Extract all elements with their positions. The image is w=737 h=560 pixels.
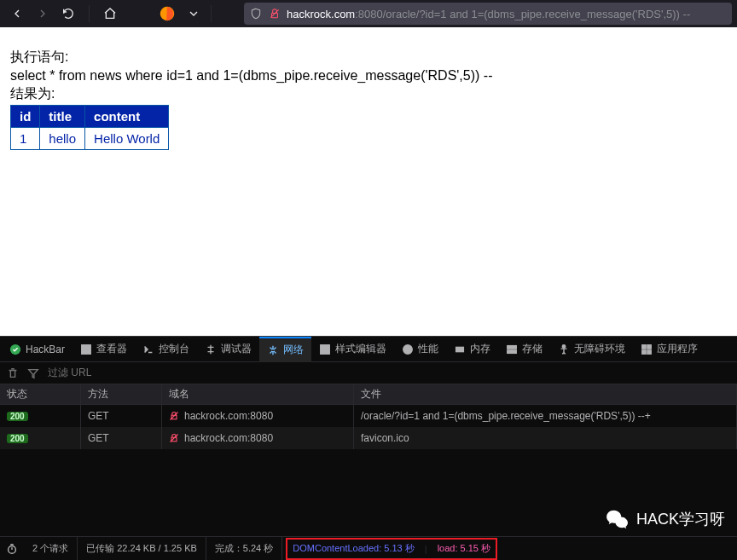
exec-label: 执行语句: xyxy=(10,49,727,66)
table-header-row: id title content xyxy=(11,106,169,128)
apps-icon xyxy=(641,344,653,355)
watermark: HACK学习呀 xyxy=(606,509,725,529)
header-status[interactable]: 状态 xyxy=(0,384,81,404)
tab-memory[interactable]: 内存 xyxy=(446,337,498,362)
url-display: hackrock.com:8080/oracle/?id=1 and 1=(db… xyxy=(287,8,727,20)
tab-hackbar[interactable]: HackBar xyxy=(2,337,73,362)
shield-icon xyxy=(249,7,263,20)
header-method[interactable]: 方法 xyxy=(81,384,162,404)
col-content: content xyxy=(85,106,169,128)
svg-rect-6 xyxy=(321,344,330,354)
insecure-icon xyxy=(169,411,179,421)
tab-console[interactable]: 控制台 xyxy=(135,337,197,362)
tab-network[interactable]: 网络 xyxy=(259,337,311,362)
sql-query: select * from news where id=1 and 1=(dbm… xyxy=(10,68,727,84)
network-icon xyxy=(267,344,279,356)
a11y-icon xyxy=(558,344,570,355)
stopwatch-icon[interactable] xyxy=(0,543,24,555)
watermark-text: HACK学习呀 xyxy=(636,509,725,529)
finish-time: 完成：5.24 秒 xyxy=(206,537,282,560)
lock-icon xyxy=(268,7,281,20)
tab-accessibility[interactable]: 无障碍环境 xyxy=(550,337,633,362)
svg-rect-10 xyxy=(508,349,517,353)
load-time: load: 5.15 秒 xyxy=(438,542,490,555)
tab-inspector[interactable]: 查看器 xyxy=(73,337,135,362)
style-icon xyxy=(319,344,331,355)
console-icon xyxy=(142,344,154,355)
timing-highlight: DOMContentLoaded: 5.13 秒 | load: 5.15 秒 xyxy=(286,538,497,560)
hackbar-icon xyxy=(9,344,21,355)
header-file[interactable]: 文件 xyxy=(354,384,737,404)
debugger-icon xyxy=(205,344,217,355)
profile-chevron-icon[interactable] xyxy=(185,5,202,22)
tab-debugger[interactable]: 调试器 xyxy=(197,337,259,362)
reload-button[interactable] xyxy=(56,2,80,26)
svg-rect-12 xyxy=(642,344,646,348)
col-id: id xyxy=(11,106,40,128)
request-count: 2 个请求 xyxy=(24,537,78,560)
svg-rect-5 xyxy=(84,347,88,351)
tab-style[interactable]: 样式编辑器 xyxy=(311,337,394,362)
storage-icon xyxy=(506,344,518,355)
header-domain[interactable]: 域名 xyxy=(162,384,354,404)
svg-rect-13 xyxy=(647,344,651,348)
filter-input[interactable]: 过滤 URL xyxy=(48,366,91,380)
back-button[interactable] xyxy=(5,2,29,26)
svg-rect-9 xyxy=(508,345,517,349)
network-row[interactable]: 200 GET hackrock.com:8080 /oracle/?id=1 … xyxy=(0,405,737,427)
table-row: 1 hello Hello World xyxy=(11,128,169,150)
wechat-icon xyxy=(606,509,630,529)
performance-icon xyxy=(402,344,414,355)
network-filter-bar: 过滤 URL xyxy=(0,362,737,384)
svg-point-11 xyxy=(562,344,566,348)
network-statusbar: 2 个请求 已传输 22.24 KB / 1.25 KB 完成：5.24 秒 D… xyxy=(0,536,737,560)
tab-application[interactable]: 应用程序 xyxy=(633,337,705,362)
transferred-size: 已传输 22.24 KB / 1.25 KB xyxy=(78,537,206,560)
network-row[interactable]: 200 GET hackrock.com:8080 favicon.ico xyxy=(0,427,737,449)
tab-storage[interactable]: 存储 xyxy=(498,337,550,362)
result-table: id title content 1 hello Hello World xyxy=(10,105,169,150)
insecure-icon xyxy=(169,433,179,443)
firefox-icon xyxy=(158,4,177,23)
home-button[interactable] xyxy=(98,2,122,26)
trash-icon[interactable] xyxy=(7,367,19,379)
col-title: title xyxy=(40,106,85,128)
status-badge: 200 xyxy=(7,412,28,421)
status-badge: 200 xyxy=(7,434,28,443)
svg-rect-14 xyxy=(642,349,646,353)
forward-button[interactable] xyxy=(31,2,55,26)
address-bar[interactable]: hackrock.com:8080/oracle/?id=1 and 1=(db… xyxy=(244,3,732,25)
svg-rect-8 xyxy=(456,347,464,351)
domcontentloaded-time: DOMContentLoaded: 5.13 秒 xyxy=(293,542,414,555)
devtools-tabbar: HackBar 查看器 控制台 调试器 网络 样式编辑器 性能 内存 xyxy=(0,337,737,362)
page-content: 执行语句: select * from news where id=1 and … xyxy=(0,27,737,171)
filter-icon[interactable] xyxy=(27,367,39,379)
result-label: 结果为: xyxy=(10,85,727,103)
tab-performance[interactable]: 性能 xyxy=(394,337,446,362)
browser-toolbar: hackrock.com:8080/oracle/?id=1 and 1=(db… xyxy=(0,0,737,27)
network-table-header: 状态 方法 域名 文件 xyxy=(0,384,737,405)
svg-rect-15 xyxy=(647,349,651,353)
inspector-icon xyxy=(80,344,92,355)
memory-icon xyxy=(454,344,466,355)
